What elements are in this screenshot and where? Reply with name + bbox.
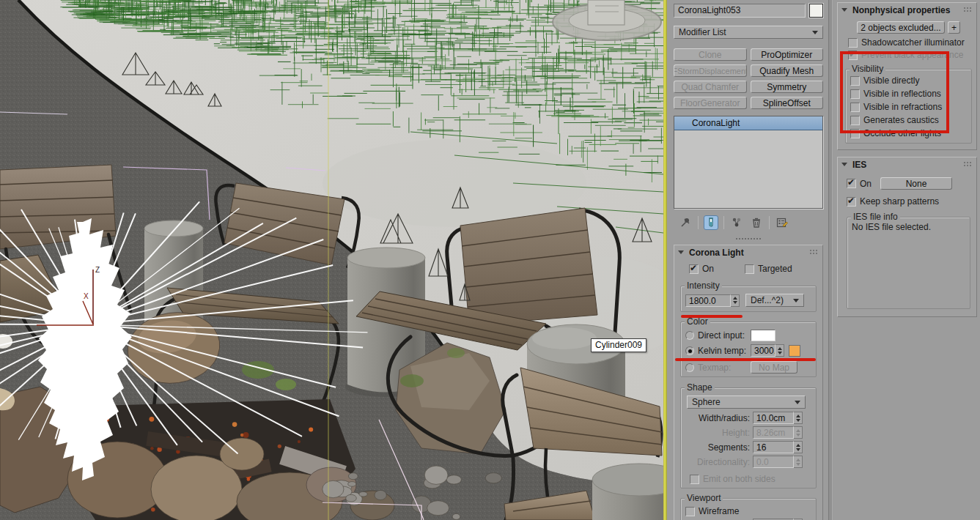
toolbar-separator (769, 216, 770, 229)
modifier-stack[interactable]: CoronaLight (674, 116, 823, 209)
quad-chamfer-button[interactable]: Quad Chamfer (674, 81, 747, 93)
segments-label: Segments: (685, 442, 750, 453)
fstormdisplacement-button[interactable]: FStormDisplacement (674, 64, 747, 77)
viewport-scene[interactable]: Z X (0, 0, 663, 520)
modifier-list-dropdown[interactable]: Modifier List (674, 26, 823, 39)
texmap-radio[interactable] (685, 363, 694, 372)
stack-toolbar (674, 213, 823, 232)
keep-sharp-patterns-label: Keep sharp patterns (860, 196, 939, 207)
kelvin-temp-label: Kelvin temp: (698, 346, 751, 356)
kelvin-temp-radio[interactable] (685, 346, 694, 355)
prooptimizer-button[interactable]: ProOptimizer (751, 48, 824, 61)
exclude-objects-button[interactable]: 2 objects excluded... (857, 21, 945, 34)
corona-light-rollout: Corona Light ✔ On Targeted Intensity 180… (674, 245, 823, 520)
ies-none-button[interactable]: None (880, 177, 952, 190)
shadowcatcher-checkbox[interactable] (848, 38, 858, 48)
toolbar-separator (698, 216, 699, 229)
visible-refractions-checkbox[interactable] (850, 103, 860, 112)
keep-sharp-patterns-checkbox[interactable]: ✔ (847, 197, 856, 207)
modifier-buttons: Clone ProOptimizer FStormDisplacement Qu… (674, 48, 823, 109)
rollout-title: IES (852, 160, 866, 170)
ies-on-label: On (860, 179, 872, 189)
light-on-label: On (702, 264, 714, 274)
object-tooltip: Cylinder009 (591, 338, 646, 352)
nonphysical-rollout: Nonphysical properties 2 objects exclude… (837, 2, 977, 150)
object-name-field[interactable]: CoronaLight053 (674, 4, 806, 18)
cylinder-stool-4[interactable] (592, 464, 663, 520)
rollout-grip-icon (964, 162, 973, 167)
nonphysical-rollout-header[interactable]: Nonphysical properties (838, 3, 976, 17)
quadify-mesh-button[interactable]: Quadify Mesh (751, 64, 824, 77)
segments-spinner[interactable]: 16 (753, 441, 803, 453)
rollout-title: Nonphysical properties (852, 5, 950, 15)
shape-type-dropdown[interactable]: Sphere (687, 395, 806, 409)
rollout-title: Corona Light (689, 248, 744, 258)
ies-on-checkbox[interactable]: ✔ (847, 179, 856, 188)
visible-reflections-label: Visible in reflections (863, 89, 941, 99)
occlude-other-lights-label: Occlude other lights (863, 128, 941, 138)
directionality-spinner[interactable]: 0.0 (753, 456, 803, 468)
light-on-checkbox[interactable]: ✔ (689, 264, 699, 274)
visibility-group-label: Visibility (850, 64, 885, 74)
rollout-collapse-icon (841, 163, 847, 166)
viewport[interactable]: Z X Cylinder009 (0, 0, 663, 520)
emit-both-sides-label: Emit on both sides (703, 474, 775, 484)
targeted-label: Targeted (758, 264, 792, 274)
height-spinner[interactable]: 8.26cm (753, 426, 803, 439)
clone-button[interactable]: Clone (674, 48, 747, 61)
targeted-checkbox[interactable] (745, 264, 754, 274)
3dsmax-window: Z X Cylinder009 CoronaLight053 Modifier … (0, 0, 980, 520)
pin-stack-icon[interactable] (678, 215, 693, 230)
intensity-spinner[interactable]: 1800.0 (685, 294, 740, 307)
make-unique-icon[interactable] (729, 215, 744, 230)
panel-splitter[interactable] (736, 238, 761, 239)
shape-group-label: Shape (685, 382, 715, 393)
prevent-black-checkbox[interactable]: ✔ (848, 51, 858, 60)
stack-item-coronalight[interactable]: CoronaLight (674, 116, 822, 130)
direct-input-radio[interactable] (685, 331, 694, 340)
ies-rollout-header[interactable]: IES (838, 157, 976, 171)
chevron-down-icon (795, 401, 800, 404)
texmap-button[interactable]: No Map (751, 361, 797, 374)
toolbar-separator (723, 216, 724, 229)
chevron-down-icon (812, 31, 818, 34)
shadowcatcher-label: Shadowcatcher illuminator (861, 37, 965, 48)
visible-directly-checkbox[interactable] (850, 76, 860, 86)
generates-caustics-label: Generates caustics (863, 115, 939, 125)
wireframe-checkbox[interactable] (685, 507, 695, 516)
splineoffset-button[interactable]: SplineOffset (751, 97, 824, 109)
ies-file-info-text: No IES file selected. (852, 222, 965, 232)
occlude-other-lights-checkbox[interactable] (850, 129, 860, 138)
ies-rollout: IES ✔ On None ✔ Keep sharp patterns IES … (837, 157, 977, 317)
configure-modifier-sets-icon[interactable] (775, 215, 789, 230)
show-end-result-icon[interactable] (704, 215, 718, 230)
rollout-grip-icon (964, 7, 973, 12)
remove-modifier-icon[interactable] (749, 215, 764, 230)
corona-light-rollout-header[interactable]: Corona Light (674, 245, 822, 259)
emit-both-sides-checkbox[interactable] (690, 475, 699, 484)
symmetry-button[interactable]: Symmetry (751, 81, 824, 93)
ies-file-info-label: IES file info (851, 212, 900, 222)
visible-reflections-checkbox[interactable] (850, 89, 860, 99)
color-group-label: Color (685, 316, 710, 327)
kelvin-temp-spinner[interactable]: 3000.0 (751, 344, 784, 357)
axis-z-label: Z (95, 266, 100, 274)
generates-caustics-checkbox[interactable] (850, 116, 860, 125)
height-label: Height: (685, 428, 750, 438)
rollout-collapse-icon (841, 8, 847, 12)
kelvin-color-swatch[interactable] (789, 345, 800, 357)
intensity-units-dropdown[interactable]: Def...^2) (745, 294, 804, 307)
texmap-label: Texmap: (698, 363, 751, 373)
chevron-down-icon (793, 299, 799, 302)
direct-input-label: Direct input: (698, 330, 751, 341)
modifier-list-label: Modifier List (679, 27, 726, 37)
add-exclude-button[interactable]: + (948, 21, 960, 34)
width-radius-spinner[interactable]: 10.0cm (753, 412, 803, 424)
object-color-swatch[interactable] (809, 4, 823, 18)
axis-x-label: X (84, 292, 89, 300)
viewport-group-label: Viewport (685, 493, 723, 503)
command-panel: CoronaLight053 Modifier List Clone ProOp… (667, 0, 828, 520)
floorgenerator-button[interactable]: FloorGenerator (674, 97, 747, 109)
rollout-collapse-icon (678, 250, 684, 254)
direct-color-swatch[interactable] (751, 330, 775, 341)
